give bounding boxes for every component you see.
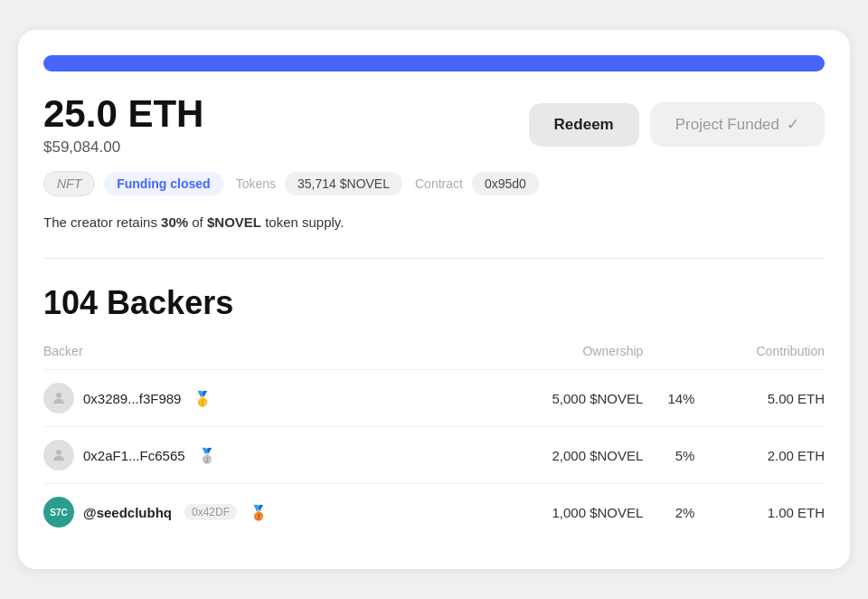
backer-cell: S7C @seedclubhq 0x42DF 🥉 [43,497,470,528]
medal-icon: 🥉 [250,504,268,521]
backer-cell: 0x3289...f3F989 🥇 [43,383,470,414]
col-contribution-pct [643,344,694,370]
backers-table: Backer Ownership Contribution 0x3289...f… [43,344,825,540]
backer-address: 0x3289...f3F989 [83,391,181,406]
eth-usd: $59,084.00 [43,138,203,157]
backer-address: 0x2aF1...Fc6565 [83,448,185,463]
col-ownership: Ownership [470,344,644,370]
eth-info: 25.0 ETH $59,084.00 [43,93,203,157]
medal-icon: 🥈 [198,447,216,464]
creator-note-prefix: The creator retains [43,214,161,230]
redeem-button[interactable]: Redeem [529,103,639,147]
avatar [43,383,74,414]
tags-row: NFT Funding closed Tokens 35,714 $NOVEL … [43,171,825,196]
contribution-pct: 5% [643,427,694,484]
col-contribution-eth: Contribution [694,344,825,370]
contribution-eth: 1.00 ETH [694,484,825,541]
funded-label: Project Funded [675,116,779,134]
main-card: 25.0 ETH $59,084.00 Redeem Project Funde… [18,30,850,570]
creator-note-mid: of [188,214,207,230]
progress-bar [43,55,825,71]
contribution-pct: 14% [643,370,694,427]
action-buttons: Redeem Project Funded ✓ [529,102,825,147]
divider [43,258,825,259]
creator-note: The creator retains 30% of $NOVEL token … [43,213,825,233]
creator-note-pct: 30% [161,214,188,230]
project-funded-button[interactable]: Project Funded ✓ [650,102,825,147]
creator-note-suffix: token supply. [261,214,344,230]
backer-addr-tag: 0x42DF [184,504,237,520]
eth-amount: 25.0 ETH [43,93,203,135]
tag-nft: NFT [43,171,95,196]
table-row: S7C @seedclubhq 0x42DF 🥉 1,000 $NOVEL 2%… [43,484,825,541]
avatar [43,440,74,471]
contribution-pct: 2% [643,484,694,541]
ownership-value: 5,000 $NOVEL [470,370,644,427]
col-backer: Backer [43,344,470,370]
top-row: 25.0 ETH $59,084.00 Redeem Project Funde… [43,93,825,157]
tag-contract-label: Contract [411,172,463,195]
contribution-eth: 5.00 ETH [694,370,825,427]
svg-point-0 [56,393,61,398]
contribution-eth: 2.00 ETH [694,427,825,484]
table-row: 0x3289...f3F989 🥇 5,000 $NOVEL 14% 5.00 … [43,370,825,427]
medal-icon: 🥇 [193,390,212,407]
backer-handle: @seedclubhq [83,505,172,520]
tag-contract-value: 0x95d0 [472,172,539,195]
svg-point-1 [56,450,61,455]
tag-tokens-value: 35,714 $NOVEL [285,172,402,195]
table-row: 0x2aF1...Fc6565 🥈 2,000 $NOVEL 5% 2.00 E… [43,427,825,484]
tag-tokens-label: Tokens [232,172,276,195]
tag-funding-closed[interactable]: Funding closed [104,172,222,195]
ownership-value: 1,000 $NOVEL [470,484,644,541]
checkmark-icon: ✓ [787,115,799,134]
ownership-value: 2,000 $NOVEL [470,427,644,484]
backers-heading: 104 Backers [43,284,825,322]
backer-cell: 0x2aF1...Fc6565 🥈 [43,440,470,471]
creator-note-token: $NOVEL [207,214,261,230]
avatar: S7C [43,497,74,528]
